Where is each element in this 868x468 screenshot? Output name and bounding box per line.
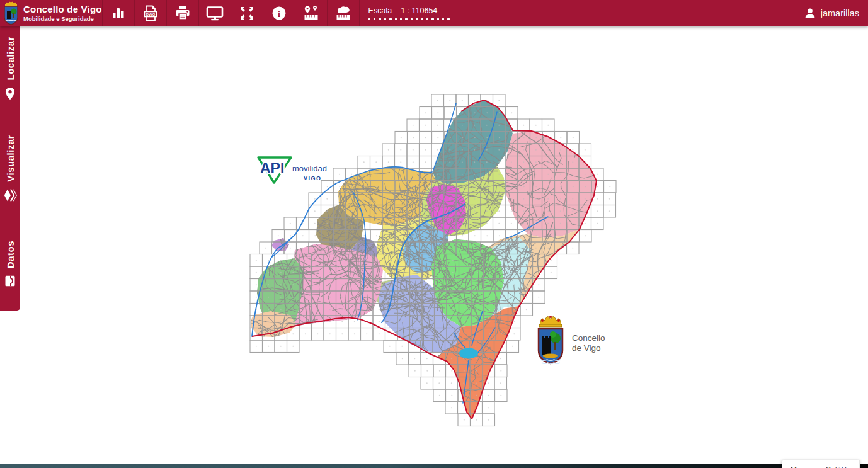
sidebar-item-visualizar[interactable]: Visualizar bbox=[0, 135, 20, 205]
export-dwg-button[interactable]: DWG bbox=[134, 0, 166, 26]
measure-area-button[interactable] bbox=[327, 0, 360, 26]
sidebar-item-localizar[interactable]: Localizar bbox=[0, 37, 20, 103]
scale-slider[interactable] bbox=[368, 18, 450, 20]
fullscreen-icon bbox=[239, 6, 254, 21]
scale-widget: Escala 1 : 110654 bbox=[368, 6, 450, 20]
map-pin-icon bbox=[4, 87, 16, 103]
basemap-switcher: Mapa Satélite bbox=[782, 460, 860, 468]
info-button[interactable]: i bbox=[263, 0, 295, 26]
vigo-map bbox=[228, 74, 625, 433]
app-brand: Concello de Vigo Mobilidade e Seguridade bbox=[0, 1, 102, 25]
measure-area-icon bbox=[335, 5, 351, 21]
print-button[interactable] bbox=[166, 0, 198, 26]
bottom-edge-bar bbox=[0, 464, 868, 468]
measure-distance-icon bbox=[303, 5, 319, 21]
monitor-icon bbox=[206, 6, 224, 21]
inbox-icon bbox=[4, 275, 16, 290]
api-logo-movilidad: movilidad bbox=[292, 164, 327, 173]
screen-view-button[interactable] bbox=[198, 0, 231, 26]
api-logo-vigo: VIGO bbox=[304, 175, 322, 181]
svg-text:i: i bbox=[278, 9, 280, 19]
svg-text:DWG: DWG bbox=[146, 13, 155, 16]
scale-label: Escala bbox=[368, 6, 392, 15]
printer-icon bbox=[174, 6, 191, 21]
bar-chart-icon bbox=[111, 6, 126, 21]
sidebar-item-label: Localizar bbox=[5, 37, 16, 81]
fullscreen-button[interactable] bbox=[231, 0, 263, 26]
user-menu[interactable]: jamarillas bbox=[804, 0, 859, 26]
map-type-button[interactable]: Mapa bbox=[782, 460, 818, 468]
app-title: Concello de Vigo bbox=[23, 4, 102, 15]
info-icon: i bbox=[271, 6, 287, 21]
toolbar: DWG bbox=[102, 0, 360, 26]
side-nav: Localizar Visualizar Datos bbox=[0, 26, 20, 311]
api-logo-text: API bbox=[260, 160, 284, 176]
dwg-file-icon: DWG bbox=[143, 5, 158, 21]
sidebar-item-label: Visualizar bbox=[5, 135, 16, 182]
app-subtitle: Mobilidade e Seguridade bbox=[23, 16, 102, 22]
map-canvas[interactable]: API movilidad VIGO Concello de Vigo Mapa… bbox=[20, 26, 868, 464]
charts-button[interactable] bbox=[102, 0, 134, 26]
measure-distance-button[interactable] bbox=[295, 0, 327, 26]
user-icon bbox=[804, 7, 816, 20]
sidebar-item-datos[interactable]: Datos bbox=[0, 241, 20, 290]
sidebar-item-label: Datos bbox=[5, 241, 16, 268]
top-bar: Concello de Vigo Mobilidade e Seguridade… bbox=[0, 0, 868, 26]
layers-icon bbox=[3, 188, 17, 205]
vigo-logo-icon bbox=[3, 1, 20, 25]
satellite-type-button[interactable]: Satélite bbox=[818, 460, 859, 468]
scale-value: 1 : 110654 bbox=[401, 6, 437, 15]
api-movilidad-logo: API movilidad VIGO bbox=[254, 152, 330, 188]
vigo-coat-of-arms bbox=[534, 312, 567, 370]
coat-of-arms-label: Concello de Vigo bbox=[572, 333, 605, 353]
username: jamarillas bbox=[821, 8, 859, 18]
